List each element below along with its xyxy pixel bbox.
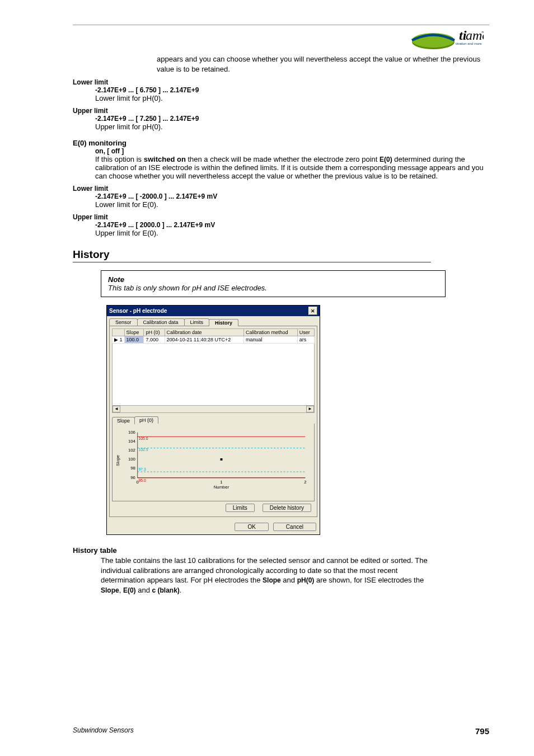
e0-lower-range: -2.147E+9 ... [ -2000.0 ] ... 2.147E+9 m… <box>95 192 489 200</box>
svg-text:104: 104 <box>128 439 136 444</box>
h-scrollbar[interactable]: ◄ ► <box>112 406 315 413</box>
cell-ph0: 7.000 <box>144 336 165 344</box>
tab-calibration-data[interactable]: Calibration data <box>137 318 185 326</box>
dialog-title: Sensor - pH electrode <box>109 308 167 314</box>
data-point <box>221 458 223 461</box>
svg-text:106: 106 <box>128 430 135 435</box>
y-ticks: 96 98 100 102 104 106 <box>128 430 136 480</box>
tabs-row: Sensor Calibration data Limits History <box>107 316 320 326</box>
page-number: 795 <box>475 726 489 736</box>
e0-upper-desc: Upper limit for E(0). <box>95 229 489 237</box>
history-table-heading: History table <box>73 546 489 555</box>
svg-text:102.5: 102.5 <box>139 448 148 452</box>
note-label: Note <box>108 275 438 284</box>
scroll-left-icon[interactable]: ◄ <box>113 406 120 412</box>
cell-user: ars <box>297 336 314 344</box>
col-blank[interactable] <box>113 329 125 336</box>
table-row[interactable]: ▶ 1 100.0 7.000 2004-10-21 11:40:28 UTC+… <box>113 336 315 344</box>
ph0-upper-desc: Upper limit for pH(0). <box>95 123 489 131</box>
slope-chart: Slope 96 98 100 102 104 106 10 <box>116 427 311 490</box>
svg-text:100: 100 <box>128 457 135 462</box>
svg-text:titration and more: titration and more <box>456 42 482 45</box>
delete-history-button[interactable]: Delete history <box>263 504 311 512</box>
subtab-slope[interactable]: Slope <box>112 417 135 424</box>
x-axis-label: Number <box>214 485 229 490</box>
e0-options: on, [ off ] <box>95 147 489 155</box>
svg-text:96: 96 <box>130 475 135 480</box>
limits-button[interactable]: Limits <box>226 504 255 512</box>
e0-description: If this option is switched on then a che… <box>95 155 489 180</box>
ph0-upper-range: -2.147E+9 ... [ 7.250 ] ... 2.147E+9 <box>95 115 489 123</box>
col-ph0[interactable]: pH (0) <box>144 329 165 336</box>
note-box: Note This tab is only shown for pH and I… <box>101 270 446 297</box>
history-table: Slope pH (0) Calibration date Calibratio… <box>112 328 315 344</box>
svg-text:98: 98 <box>130 466 135 471</box>
header-rule <box>73 25 489 25</box>
subtabs-row: Slope pH (0) <box>112 416 315 424</box>
svg-text:102: 102 <box>128 448 135 453</box>
col-caldate[interactable]: Calibration date <box>165 329 243 336</box>
note-text: This tab is only shown for pH and ISE el… <box>108 284 438 292</box>
ph0-lower-label: Lower limit <box>73 78 489 86</box>
ph0-lower-desc: Lower limit for pH(0). <box>95 94 489 102</box>
table-header-row: Slope pH (0) Calibration date Calibratio… <box>113 329 315 336</box>
page-footer: Subwindow Sensors 795 <box>73 726 489 736</box>
chart-button-row: Limits Delete history <box>112 501 315 514</box>
col-slope[interactable]: Slope <box>124 329 144 336</box>
close-icon[interactable]: ✕ <box>308 307 317 315</box>
ph0-lower-range: -2.147E+9 ... [ 6.750 ] ... 2.147E+9 <box>95 86 489 94</box>
subtab-ph0[interactable]: pH (0) <box>134 416 158 424</box>
footer-section: Subwindow Sensors <box>73 726 134 736</box>
scroll-right-icon[interactable]: ► <box>306 406 314 412</box>
screenshot-dialog: Sensor - pH electrode ✕ Sensor Calibrati… <box>106 305 320 535</box>
cell-method: manual <box>243 336 297 344</box>
dialog-button-row: OK Cancel <box>107 519 320 534</box>
history-heading: History <box>73 248 489 261</box>
svg-text:0: 0 <box>137 480 139 485</box>
dialog-titlebar[interactable]: Sensor - pH electrode ✕ <box>107 306 320 316</box>
table-empty-area <box>112 344 315 406</box>
e0-lower-label: Lower limit <box>73 185 489 192</box>
cell-date: 2004-10-21 11:40:28 UTC+2 <box>165 336 243 344</box>
ph0-upper-label: Upper limit <box>73 107 489 115</box>
e0-lower-desc: Lower limit for E(0). <box>95 200 489 209</box>
svg-text:97.3: 97.3 <box>139 467 146 471</box>
cancel-button[interactable]: Cancel <box>273 523 316 531</box>
x-ticks: 0 1 2 <box>137 480 307 485</box>
svg-text:™: ™ <box>481 31 484 35</box>
brand-logo: ti amo ™ titration and more <box>73 26 489 54</box>
svg-text:105.0: 105.0 <box>139 436 148 440</box>
y-axis-label: Slope <box>116 455 120 466</box>
e0-upper-range: -2.147E+9 ... [ 2000.0 ] ... 2.147E+9 mV <box>95 221 489 229</box>
e0-upper-label: Upper limit <box>73 213 489 221</box>
tab-history[interactable]: History <box>209 319 238 326</box>
e0-heading: E(0) monitoring <box>73 139 489 147</box>
history-rule <box>73 262 431 262</box>
col-calmethod[interactable]: Calibration method <box>243 329 297 336</box>
col-user[interactable]: User <box>297 329 314 336</box>
chart-area: Slope 96 98 100 102 104 106 10 <box>112 424 315 501</box>
svg-text:95.0: 95.0 <box>139 478 146 482</box>
ok-button[interactable]: OK <box>235 523 268 531</box>
tab-body: Slope pH (0) Calibration date Calibratio… <box>109 326 317 517</box>
svg-text:amo: amo <box>466 28 484 43</box>
intro-continuation: appears and you can choose whether you w… <box>157 54 489 74</box>
svg-text:2: 2 <box>304 480 306 485</box>
tab-sensor[interactable]: Sensor <box>109 318 138 326</box>
tab-limits[interactable]: Limits <box>184 318 210 326</box>
cell-slope: 100.0 <box>124 336 144 344</box>
history-table-paragraph: The table contains the last 10 calibrati… <box>101 556 431 595</box>
svg-text:1: 1 <box>220 480 222 485</box>
